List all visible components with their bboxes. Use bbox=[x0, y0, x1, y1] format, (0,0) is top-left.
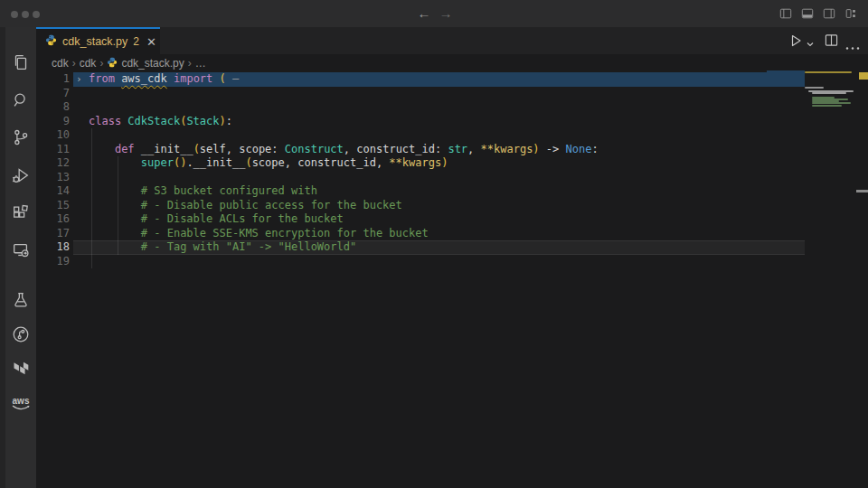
breadcrumb-item[interactable]: cdk bbox=[52, 57, 69, 70]
toggle-panel-icon[interactable] bbox=[801, 7, 814, 20]
run-and-debug-icon[interactable] bbox=[10, 164, 32, 186]
cursor-line-marker bbox=[856, 190, 868, 192]
minimap-line bbox=[805, 71, 852, 73]
toggle-primary-sidebar-icon[interactable] bbox=[779, 7, 792, 20]
indent-guide bbox=[91, 255, 92, 269]
line-number[interactable]: 15 bbox=[36, 199, 70, 213]
code-line[interactable]: 13 bbox=[36, 171, 805, 185]
navigate-forward-icon[interactable]: → bbox=[436, 4, 456, 23]
line-number[interactable]: 7 bbox=[36, 87, 70, 101]
line-number[interactable]: 19 bbox=[36, 255, 70, 269]
activity-bar: aws bbox=[0, 27, 36, 488]
code-line[interactable]: 9class CdkStack(Stack): bbox=[36, 115, 805, 129]
title-bar: ← → bbox=[0, 0, 868, 27]
breadcrumb: cdk›cdk›cdk_stack.py›… bbox=[52, 55, 206, 71]
python-file-icon bbox=[45, 33, 57, 50]
indent-guide bbox=[91, 171, 92, 185]
breadcrumb-item[interactable]: cdk_stack.py bbox=[121, 57, 184, 70]
code-text: # - Tag with "AI" -> "HelloWorld" bbox=[89, 240, 356, 255]
minimap-line bbox=[812, 105, 842, 107]
code-line[interactable]: 15 # - Disable public access for the buc… bbox=[36, 199, 805, 213]
breadcrumb-separator: › bbox=[72, 57, 76, 70]
commit-graph-icon[interactable] bbox=[10, 324, 32, 345]
customize-layout-icon[interactable] bbox=[844, 7, 857, 20]
split-editor-icon[interactable] bbox=[825, 33, 838, 51]
minimap-line bbox=[812, 92, 846, 94]
code-line[interactable]: 8 bbox=[36, 100, 805, 115]
python-file-icon bbox=[107, 57, 118, 70]
code-text: # - Enable SSE-KMS encryption for the bu… bbox=[89, 227, 429, 241]
aws-icon[interactable]: aws bbox=[10, 393, 32, 415]
indent-guide bbox=[118, 171, 118, 185]
minimap[interactable] bbox=[803, 70, 856, 488]
toggle-secondary-sidebar-icon[interactable] bbox=[823, 7, 835, 20]
code-editor[interactable]: 1›from aws_cdk import ( —789class CdkSta… bbox=[36, 72, 805, 268]
window-control-dot[interactable] bbox=[22, 11, 29, 18]
vscode-window: ← → bbox=[0, 0, 868, 488]
code-line[interactable]: 17 # - Enable SSE-KMS encryption for the… bbox=[36, 227, 805, 241]
breadcrumb-separator: › bbox=[188, 57, 192, 70]
window-control-dot[interactable] bbox=[33, 11, 40, 18]
window-control-dot[interactable] bbox=[11, 11, 18, 18]
breadcrumb-item[interactable]: cdk bbox=[80, 57, 97, 70]
minimap-line bbox=[812, 102, 851, 104]
code-line[interactable]: 7 bbox=[36, 87, 805, 101]
explorer-icon[interactable] bbox=[10, 52, 32, 73]
more-actions-icon[interactable] bbox=[845, 38, 860, 54]
code-line[interactable]: 18 # - Tag with "AI" -> "HelloWorld" bbox=[36, 240, 805, 255]
code-text: # S3 bucket configured with bbox=[89, 184, 317, 199]
line-number[interactable]: 8 bbox=[36, 100, 70, 115]
tab-problems-badge: 2 bbox=[133, 35, 139, 48]
source-control-icon[interactable] bbox=[10, 127, 32, 148]
tab-close-icon[interactable]: ✕ bbox=[146, 35, 156, 49]
code-line[interactable]: 10 bbox=[36, 128, 805, 143]
code-text: def __init__(self, scope: Construct, con… bbox=[89, 143, 599, 157]
tab-filename: cdk_stack.py bbox=[62, 35, 127, 48]
code-line[interactable]: 14 # S3 bucket configured with bbox=[36, 184, 805, 199]
terraform-icon[interactable] bbox=[10, 358, 32, 380]
fold-chevron-icon[interactable]: › bbox=[76, 72, 82, 87]
search-icon[interactable] bbox=[10, 89, 32, 111]
line-number[interactable]: 1 bbox=[36, 72, 70, 87]
testing-icon[interactable] bbox=[10, 289, 32, 311]
run-dropdown-chevron-icon[interactable] bbox=[806, 36, 815, 52]
aws-icon-label: aws bbox=[13, 397, 30, 405]
line-number[interactable]: 10 bbox=[36, 128, 70, 143]
indent-guide bbox=[91, 128, 92, 143]
breadcrumb-separator: › bbox=[99, 57, 103, 70]
line-number[interactable]: 11 bbox=[36, 143, 70, 157]
tab-bar: cdk_stack.py 2 ✕ bbox=[36, 27, 868, 54]
code-text: # - Disable ACLs for the bucket bbox=[89, 212, 344, 227]
overview-ruler bbox=[856, 70, 868, 488]
code-line[interactable]: 12 super().__init__(scope, construct_id,… bbox=[36, 156, 805, 171]
minimap-line bbox=[805, 87, 824, 89]
remote-explorer-icon[interactable] bbox=[10, 239, 32, 261]
line-number[interactable]: 9 bbox=[36, 115, 70, 129]
breadcrumb-item[interactable]: … bbox=[195, 57, 206, 70]
code-text: # - Disable public access for the bucket bbox=[89, 199, 402, 213]
extensions-icon[interactable] bbox=[10, 202, 32, 224]
tab-cdk-stack[interactable]: cdk_stack.py 2 ✕ bbox=[36, 27, 160, 54]
code-text: super().__init__(scope, construct_id, **… bbox=[89, 156, 448, 171]
line-number[interactable]: 17 bbox=[36, 227, 70, 241]
line-number[interactable]: 13 bbox=[36, 171, 70, 185]
warning-marker bbox=[859, 72, 868, 80]
line-number[interactable]: 12 bbox=[36, 156, 70, 171]
line-number[interactable]: 14 bbox=[36, 184, 70, 199]
code-line[interactable]: 16 # - Disable ACLs for the bucket bbox=[36, 212, 805, 227]
code-line[interactable]: 11 def __init__(self, scope: Construct, … bbox=[36, 143, 805, 157]
navigate-back-icon[interactable]: ← bbox=[414, 4, 434, 23]
run-python-file-icon[interactable] bbox=[788, 33, 803, 52]
code-text: class CdkStack(Stack): bbox=[89, 115, 232, 129]
code-line[interactable]: 19 bbox=[36, 255, 805, 269]
code-text: from aws_cdk import ( — bbox=[89, 72, 239, 87]
line-number[interactable]: 16 bbox=[36, 212, 70, 227]
code-line[interactable]: 1›from aws_cdk import ( — bbox=[36, 72, 805, 87]
minimap-selection-highlight bbox=[767, 70, 805, 74]
line-number[interactable]: 18 bbox=[36, 240, 70, 255]
